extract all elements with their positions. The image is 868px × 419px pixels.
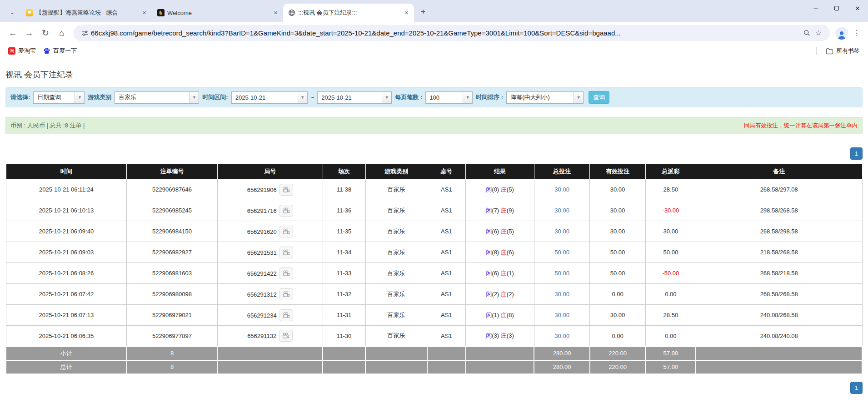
close-icon[interactable]: ✕	[403, 9, 410, 17]
chevron-down-icon: ▼	[189, 92, 199, 103]
profile-avatar[interactable]	[835, 27, 848, 40]
video-replay-button[interactable]	[279, 288, 293, 300]
result-player-score: (6)	[492, 228, 499, 235]
bookmark-star-icon[interactable]: ☆	[813, 27, 824, 39]
cell-round: 656291422	[217, 263, 323, 284]
query-mode-select[interactable]: 日期查询 ▼	[33, 91, 85, 104]
page-size-select[interactable]: 100 ▼	[425, 91, 473, 104]
video-replay-button[interactable]	[279, 268, 293, 279]
video-replay-button[interactable]	[279, 184, 293, 196]
round-id: 656291906	[247, 186, 277, 193]
page-number-button[interactable]: 1	[850, 382, 863, 394]
cell-valid-bet: 30.00	[590, 179, 645, 200]
session: 11-35	[337, 228, 351, 235]
date-start-select[interactable]: 2025-10-21 ▼	[231, 91, 308, 104]
valid-bet-amount: 0.00	[612, 333, 623, 339]
page-number-button[interactable]: 1	[850, 147, 863, 160]
video-replay-button[interactable]	[279, 205, 293, 217]
home-button[interactable]: ⌂	[54, 25, 70, 41]
tab-search-button[interactable]: ⌄	[5, 5, 19, 19]
video-replay-button[interactable]	[279, 247, 293, 258]
zoom-icon[interactable]	[801, 27, 813, 39]
tab-forum[interactable]: 【新提醒】海燕策略论坛 - 综合 ✕	[21, 4, 152, 22]
result-banker-score: (2)	[507, 291, 514, 298]
cell-bet-id: 522906979021	[127, 305, 218, 326]
payout-amount: 0.00	[665, 291, 676, 298]
url-text[interactable]: 66cxkj98.com/game/betrecord_search/kind3…	[91, 29, 801, 37]
total-bet-amount[interactable]: 30.00	[554, 228, 569, 235]
valid-bet-amount: 0.00	[612, 291, 623, 298]
total-row: 总计 8 280.00 220.00 57.00	[6, 360, 862, 374]
browser-menu-icon[interactable]: ⋮	[850, 28, 863, 38]
bet-id: 522906984150	[152, 228, 192, 235]
total-bet-amount[interactable]: 30.00	[554, 186, 569, 193]
cell-result: 闲(7) 庄(9)	[466, 200, 534, 221]
forum-favicon-icon	[25, 9, 33, 17]
chevron-down-icon: ▼	[574, 92, 583, 103]
video-replay-button[interactable]	[279, 330, 293, 342]
search-button[interactable]: 查询	[589, 91, 609, 104]
note-balance: 268.58/298.58	[760, 228, 798, 235]
total-bet-amount[interactable]: 30.00	[554, 291, 569, 298]
close-window-button[interactable]: ✕	[847, 0, 868, 16]
film-icon	[283, 207, 290, 214]
reload-button[interactable]: ↻	[37, 25, 54, 41]
result-banker-label: 庄	[501, 291, 507, 298]
cell-empty	[466, 347, 534, 360]
back-button[interactable]: ←	[5, 25, 21, 41]
tab-welcome[interactable]: ♞ Welcome ✕	[152, 4, 283, 22]
cell-empty	[365, 347, 427, 360]
col-session: 场次	[323, 164, 365, 179]
cell-empty	[217, 360, 323, 374]
forward-button[interactable]: →	[21, 25, 37, 41]
page-size-label: 每页笔数 :	[395, 93, 422, 101]
col-note: 备注	[696, 164, 862, 179]
video-replay-button[interactable]	[279, 226, 293, 237]
cell-round: 656291906	[217, 179, 323, 200]
bet-id: 522906987646	[152, 186, 192, 193]
date-end-select[interactable]: 2025-10-21 ▼	[317, 91, 392, 104]
total-bet-amount[interactable]: 50.00	[554, 270, 569, 277]
bookmark-taobao[interactable]: 淘 爱淘宝	[5, 45, 40, 56]
note-balance: 268.58/268.58	[760, 291, 798, 298]
minimize-button[interactable]: ─	[805, 0, 826, 16]
cell-empty	[217, 347, 323, 360]
result-banker-score: (6)	[507, 249, 514, 256]
result-banker-label: 庄	[501, 249, 507, 256]
cell-time: 2025-10-21 06:09:40	[6, 221, 127, 242]
table-number: AS1	[441, 249, 452, 256]
result-banker-score: (3)	[507, 332, 514, 339]
bet-id: 522906977897	[152, 333, 192, 339]
round-id: 656291312	[247, 291, 277, 298]
film-icon	[283, 291, 290, 298]
game-kind-select[interactable]: 百家乐 ▼	[115, 91, 199, 104]
total-bet-amount[interactable]: 30.00	[554, 312, 569, 318]
result-player-score: (2)	[492, 291, 499, 298]
bookmarks-bar: 淘 爱淘宝 百度一下 所有书签	[0, 44, 868, 58]
all-bookmarks-button[interactable]: 所有书签	[822, 45, 863, 56]
total-bet-amount[interactable]: 50.00	[554, 249, 569, 256]
table-row: 2025-10-21 06:06:35522906977897656291132…	[6, 326, 862, 347]
select-mode-label: 请选择:	[10, 93, 30, 101]
table-row: 2025-10-21 06:09:40522906984150656291620…	[6, 221, 862, 242]
total-bet-amount[interactable]: 30.00	[554, 333, 569, 339]
total-bet-amount[interactable]: 30.00	[554, 207, 569, 214]
col-time: 时间	[6, 164, 127, 179]
address-bar[interactable]: 66cxkj98.com/game/betrecord_search/kind3…	[74, 25, 830, 41]
close-icon[interactable]: ✕	[272, 9, 279, 17]
result-banker-score: (9)	[507, 207, 514, 214]
tab-title: Welcome	[167, 10, 269, 16]
result-banker-label: 庄	[501, 332, 507, 339]
video-replay-button[interactable]	[279, 309, 293, 321]
tab-bet-records[interactable]: :::视讯 会员下注纪录::: ✕	[283, 4, 414, 22]
session: 11-32	[337, 291, 351, 298]
maximize-button[interactable]	[826, 0, 847, 16]
cell-total-bet: 30.00	[534, 284, 589, 305]
col-round: 局号	[217, 164, 323, 179]
bookmark-baidu[interactable]: 百度一下	[40, 45, 80, 56]
sort-select[interactable]: 降冪(由大到小) ▼	[506, 91, 584, 104]
tune-icon[interactable]	[79, 27, 91, 39]
pagination-bottom: 1	[5, 382, 863, 394]
new-tab-button[interactable]: +	[417, 5, 429, 18]
close-icon[interactable]: ✕	[140, 9, 148, 17]
